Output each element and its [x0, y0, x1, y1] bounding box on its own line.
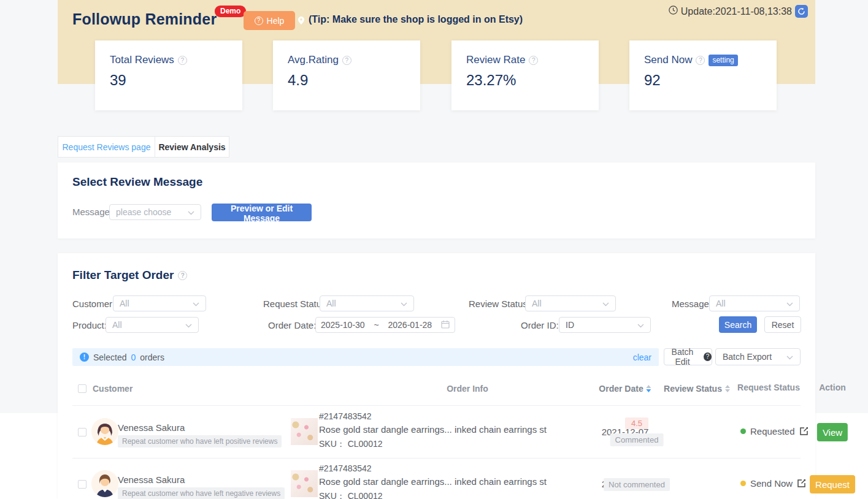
product-image: [291, 418, 318, 445]
row-checkbox[interactable]: [78, 428, 86, 436]
tip-text: (Tip: Make sure the shop is logged in on…: [309, 14, 523, 25]
clear-link[interactable]: clear: [633, 352, 651, 362]
request-status-filter-select[interactable]: All: [320, 295, 414, 311]
chevron-down-icon: [637, 320, 644, 330]
select-all-checkbox[interactable]: [78, 384, 86, 393]
column-request-status: Request Status: [737, 383, 800, 392]
order-date-separator: ~: [374, 320, 378, 330]
select-review-message-panel: Select Review Message Message please cho…: [58, 162, 815, 238]
customer-tag: Repeat customer who have left positive r…: [118, 435, 282, 448]
edit-icon[interactable]: [799, 427, 808, 436]
avatar: [91, 470, 118, 497]
column-customer: Customer: [93, 384, 133, 394]
table-row: Venessa Sakura Repeat customer who have …: [58, 406, 815, 458]
divider: [72, 405, 801, 406]
help-button[interactable]: ? Help: [244, 11, 295, 30]
customer-name: Venessa Sakura: [118, 422, 185, 433]
clock-icon: [669, 6, 678, 17]
question-icon: ?: [255, 17, 263, 25]
pin-icon: [298, 16, 304, 27]
demo-badge: Demo: [215, 6, 246, 17]
sku-value: CL00012: [348, 439, 383, 449]
column-order-date[interactable]: Order Date: [599, 384, 651, 394]
reset-button[interactable]: Reset: [764, 316, 801, 333]
order-id: #2147483542: [319, 463, 372, 473]
question-icon[interactable]: ?: [529, 56, 538, 65]
request-status-filter-value: All: [326, 299, 336, 308]
question-icon[interactable]: ?: [342, 56, 351, 65]
order-id-filter-value: ID: [566, 320, 574, 330]
product-image: [291, 470, 318, 497]
customer-name: Venessa Sakura: [118, 474, 185, 485]
request-status-text: Requested: [750, 426, 795, 436]
order-id-filter-label: Order ID:: [521, 320, 559, 330]
order-date-range-input[interactable]: 2025-10-30 ~ 2026-01-28: [315, 317, 455, 333]
order-date-start: 2025-10-30: [321, 320, 365, 330]
tab-request-reviews-page[interactable]: Request Reviews page: [58, 136, 155, 158]
stat-label: Total Reviews: [110, 54, 174, 66]
chevron-down-icon: [786, 352, 793, 362]
product-title: Rose gold star dangle earrings... inked …: [319, 476, 547, 487]
section-title: Select Review Message: [72, 175, 202, 189]
stat-label: Send Now: [644, 54, 692, 66]
question-icon[interactable]: ?: [178, 56, 187, 65]
request-button[interactable]: Request: [810, 475, 855, 493]
message-select[interactable]: please choose: [109, 204, 201, 220]
batch-edit-button[interactable]: Batch Edit ?: [664, 348, 712, 365]
info-icon: !: [80, 352, 89, 362]
row-checkbox[interactable]: [78, 480, 86, 489]
stat-value: 23.27%: [466, 72, 584, 89]
message-filter-select[interactable]: All: [709, 295, 800, 311]
order-date-filter-label: Order Date:: [268, 320, 316, 330]
message-label: Message: [72, 207, 110, 217]
question-icon[interactable]: ?: [696, 56, 705, 65]
followup-reminder-page: Followup Reminder Demo ? Help (Tip: Make…: [0, 0, 868, 499]
calendar-icon: [441, 320, 450, 330]
request-status-text: Send Now: [750, 478, 793, 489]
review-status-filter-select[interactable]: All: [525, 295, 616, 311]
selection-bar: ! Selected 0 orders clear: [72, 348, 659, 366]
message-filter-value: All: [716, 299, 726, 308]
rating-badge: 4.5: [625, 417, 648, 429]
stat-value: 92: [644, 72, 762, 89]
product-filter-label: Product:: [72, 320, 107, 330]
page-title: Followup Reminder: [72, 10, 217, 28]
chevron-down-icon: [786, 299, 793, 308]
review-status-badge: Commented: [610, 433, 664, 446]
review-status-filter-label: Review Status:: [469, 299, 530, 309]
sku-value: CL00012: [348, 491, 383, 499]
product-filter-select[interactable]: All: [106, 317, 199, 333]
selected-text: Selected: [93, 352, 126, 362]
order-id-filter-select[interactable]: ID: [559, 317, 651, 333]
chevron-down-icon: [602, 299, 609, 308]
search-button[interactable]: Search: [719, 316, 757, 333]
edit-icon[interactable]: [797, 479, 806, 488]
customer-filter-select[interactable]: All: [113, 295, 206, 311]
message-filter-label: Message:: [672, 299, 712, 309]
sort-icon-order-date[interactable]: [647, 385, 651, 392]
view-button[interactable]: View: [817, 423, 848, 441]
sort-icon-review-status[interactable]: [725, 385, 730, 392]
refresh-button[interactable]: [795, 5, 808, 18]
question-icon[interactable]: ?: [178, 271, 187, 280]
sku-label: SKU：: [319, 491, 345, 499]
question-icon: ?: [704, 352, 712, 361]
update-timestamp: Update:2021-11-08,13:38: [681, 6, 792, 17]
customer-tag: Repeat customer who have left negative r…: [118, 487, 285, 499]
sku-label: SKU：: [319, 439, 345, 449]
preview-edit-message-button[interactable]: Preview or Edit Message: [212, 204, 312, 221]
stat-card-avg-rating: Avg.Rating ? 4.9: [273, 40, 420, 110]
column-review-status[interactable]: Review Status: [664, 384, 730, 394]
order-date-end: 2026-01-28: [388, 320, 432, 330]
stat-card-send-now: Send Now ? setting 92: [629, 40, 777, 110]
setting-badge[interactable]: setting: [709, 55, 737, 66]
column-action: Action: [819, 383, 846, 392]
stat-value: 39: [110, 72, 228, 89]
product-title: Rose gold star dangle earrings... inked …: [319, 424, 547, 435]
request-status-filter-label: Request Status:: [263, 299, 329, 309]
batch-export-dropdown[interactable]: Batch Export: [715, 348, 801, 365]
column-order-info: Order Info: [447, 384, 488, 394]
tab-review-analysis[interactable]: Review Analysis: [155, 136, 229, 158]
stat-label: Review Rate: [466, 54, 525, 66]
chevron-down-icon: [185, 320, 192, 330]
